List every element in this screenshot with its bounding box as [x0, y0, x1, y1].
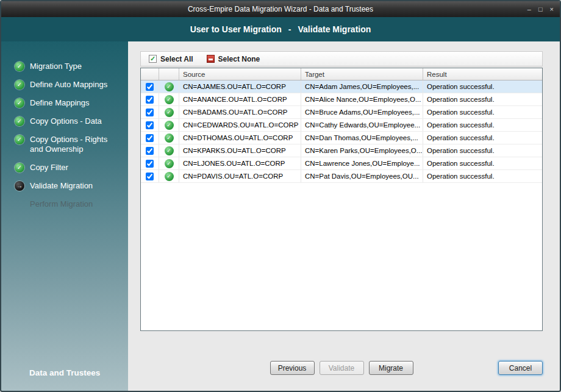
close-button[interactable]: × [550, 6, 554, 13]
step-label: Validate Migration [30, 181, 93, 191]
row-source: CN=KPARKS.OU=ATL.O=CORP [179, 144, 301, 157]
success-check-icon: ✓ [165, 108, 174, 117]
row-target: CN=Lawrence Jones,OU=Employe... [301, 157, 423, 169]
sidebar-footer-label: Data and Trustees [29, 368, 100, 377]
window-controls: – □ × [527, 1, 554, 17]
table-body: ✓ CN=AJAMES.OU=ATL.O=CORP CN=Adam James,… [141, 80, 542, 330]
previous-button[interactable]: Previous [270, 361, 315, 375]
row-status-cell: ✓ [159, 157, 179, 169]
column-header-target[interactable]: Target [301, 68, 423, 80]
row-source: CN=AJAMES.OU=ATL.O=CORP [179, 80, 301, 93]
step-complete-check-icon: ✓ [15, 135, 24, 144]
row-target: CN=Karen Parks,OU=Employees,O... [301, 144, 423, 157]
success-check-icon: ✓ [165, 134, 174, 143]
wizard-step-migration-type[interactable]: ✓ Migration Type [1, 57, 128, 76]
validate-button: Validate [320, 361, 364, 375]
row-checkbox[interactable] [146, 147, 154, 155]
select-none-button[interactable]: Select None [201, 54, 266, 65]
row-status-cell: ✓ [159, 170, 179, 182]
selection-toolbar: ✓ Select All Select None [140, 51, 543, 66]
row-result: Operation successful. [423, 144, 542, 157]
success-check-icon: ✓ [165, 172, 174, 181]
success-check-icon: ✓ [165, 159, 174, 168]
row-source: CN=BADAMS.OU=ATL.O=CORP [179, 106, 301, 118]
row-result: Operation successful. [423, 80, 542, 93]
row-status-cell: ✓ [159, 80, 179, 93]
step-label: Perform Migration [30, 199, 93, 209]
main-content: ✓ Select All Select None Source Target R… [128, 41, 560, 391]
select-none-label: Select None [218, 55, 260, 63]
row-result: Operation successful. [423, 132, 542, 144]
row-status-cell: ✓ [159, 144, 179, 157]
row-status-cell: ✓ [159, 132, 179, 144]
wizard-title-right: Validate Migration [298, 24, 371, 34]
row-checkbox[interactable] [146, 134, 154, 142]
row-status-cell: ✓ [159, 93, 179, 105]
step-complete-check-icon: ✓ [15, 163, 24, 173]
wizard-steps: ✓ Migration Type ✓ Define Auto Mappings … [1, 57, 128, 213]
table-row[interactable]: ✓ CN=KPARKS.OU=ATL.O=CORP CN=Karen Parks… [141, 144, 542, 157]
row-checkbox-cell [141, 157, 159, 169]
wizard-step-copy-filter[interactable]: ✓ Copy Filter [1, 159, 128, 177]
table-row[interactable]: ✓ CN=AJAMES.OU=ATL.O=CORP CN=Adam James,… [141, 80, 542, 93]
wizard-step-define-mappings[interactable]: ✓ Define Mappings [1, 94, 128, 112]
row-result: Operation successful. [423, 119, 542, 131]
maximize-button[interactable]: □ [538, 6, 543, 13]
table-row[interactable]: ✓ CN=CEDWARDS.OU=ATL.O=CORP CN=Cathy Edw… [141, 119, 542, 132]
table-row[interactable]: ✓ CN=DTHOMAS.OU=ATL.O=CORP CN=Dan Thomas… [141, 132, 542, 144]
step-label: Copy Options - Data [30, 116, 102, 126]
row-checkbox[interactable] [146, 96, 154, 104]
row-checkbox-cell [141, 132, 159, 144]
row-checkbox[interactable] [146, 83, 154, 91]
row-status-cell: ✓ [159, 106, 179, 118]
row-checkbox-cell [141, 144, 159, 157]
row-checkbox-cell [141, 93, 159, 105]
migrate-button[interactable]: Migrate [369, 361, 413, 375]
column-header-result[interactable]: Result [423, 68, 542, 80]
row-checkbox[interactable] [146, 109, 154, 116]
row-source: CN=CEDWARDS.OU=ATL.O=CORP [179, 119, 301, 131]
row-target: CN=Dan Thomas,OU=Employees,... [301, 132, 423, 144]
column-header-source[interactable]: Source [179, 68, 301, 80]
wizard-step-copy-options-rights-and-ownership[interactable]: ✓ Copy Options - Rights and Ownership [1, 130, 128, 159]
minimize-button[interactable]: – [527, 6, 531, 13]
row-checkbox[interactable] [146, 121, 154, 129]
current-step-arrow-icon: → [15, 181, 24, 191]
wizard-header: User to User Migration - Validate Migrat… [1, 17, 560, 41]
wizard-title-left: User to User Migration [190, 24, 282, 34]
wizard-step-validate-migration[interactable]: → Validate Migration [1, 177, 128, 195]
table-row[interactable]: ✓ CN=BADAMS.OU=ATL.O=CORP CN=Bruce Adams… [141, 106, 542, 119]
table-row[interactable]: ✓ CN=ANANCE.OU=ATL.O=CORP CN=Alice Nance… [141, 93, 542, 106]
row-checkbox-cell [141, 119, 159, 131]
row-checkbox[interactable] [146, 173, 154, 180]
row-source: CN=LJONES.OU=ATL.O=CORP [179, 157, 301, 169]
row-checkbox[interactable] [146, 160, 154, 168]
row-source: CN=ANANCE.OU=ATL.O=CORP [179, 93, 301, 105]
wizard-step-copy-options-data[interactable]: ✓ Copy Options - Data [1, 112, 128, 130]
success-check-icon: ✓ [165, 121, 174, 130]
step-label: Define Auto Mappings [30, 80, 107, 90]
success-check-icon: ✓ [165, 146, 174, 155]
window-body: ✓ Migration Type ✓ Define Auto Mappings … [1, 41, 560, 391]
row-checkbox-cell [141, 80, 159, 93]
select-all-button[interactable]: ✓ Select All [143, 54, 199, 65]
step-complete-check-icon: ✓ [15, 80, 24, 90]
step-label: Define Mappings [30, 98, 90, 108]
success-check-icon: ✓ [165, 82, 174, 91]
row-result: Operation successful. [423, 106, 542, 118]
row-result: Operation successful. [423, 93, 542, 105]
row-checkbox-cell [141, 170, 159, 182]
step-label: Copy Options - Rights and Ownership [30, 135, 122, 154]
select-all-checkbox-icon: ✓ [149, 55, 157, 63]
window-title: Cross-Empire Data Migration Wizard - Dat… [188, 5, 373, 13]
application-window: Cross-Empire Data Migration Wizard - Dat… [0, 0, 561, 392]
wizard-step-define-auto-mappings[interactable]: ✓ Define Auto Mappings [1, 76, 128, 94]
wizard-step-perform-migration[interactable]: Perform Migration [1, 195, 128, 213]
table-row[interactable]: ✓ CN=PDAVIS.OU=ATL.O=CORP CN=Pat Davis,O… [141, 170, 542, 183]
table-row[interactable]: ✓ CN=LJONES.OU=ATL.O=CORP CN=Lawrence Jo… [141, 157, 542, 170]
footer-button-row: Previous Validate Migrate Cancel [140, 361, 543, 375]
table-header: Source Target Result [141, 68, 542, 80]
row-checkbox-cell [141, 106, 159, 118]
column-header-status [159, 68, 179, 80]
cancel-button[interactable]: Cancel [498, 361, 543, 375]
